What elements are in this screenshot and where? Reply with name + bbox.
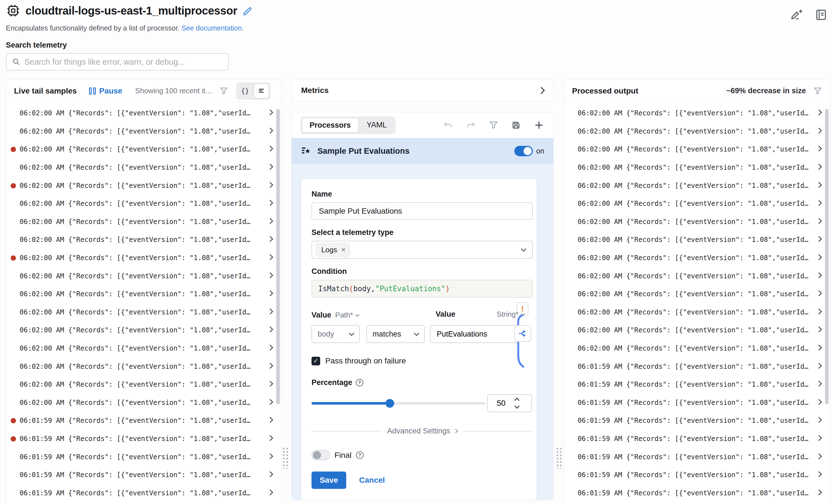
- log-row[interactable]: 06:02:00 AM {"Records": [{"eventVersion"…: [6, 357, 281, 375]
- save-button[interactable]: Save: [312, 472, 346, 489]
- add-annotation-icon[interactable]: [790, 8, 803, 21]
- chevron-right-icon[interactable]: [267, 272, 273, 278]
- chevron-right-icon[interactable]: [816, 218, 822, 224]
- edit-pencil-icon[interactable]: [242, 5, 254, 16]
- chevron-right-icon[interactable]: [816, 435, 822, 441]
- chevron-right-icon[interactable]: [816, 145, 822, 152]
- chevron-right-icon[interactable]: [267, 145, 273, 152]
- value1-type-dropdown[interactable]: Path*: [335, 311, 359, 319]
- log-row[interactable]: 06:02:00 AM {"Records": [{"eventVersion"…: [6, 339, 281, 357]
- search-telemetry-box[interactable]: [6, 53, 229, 71]
- match-value-input[interactable]: [430, 325, 519, 343]
- chevron-right-icon[interactable]: [816, 417, 822, 423]
- chevron-right-icon[interactable]: [267, 290, 273, 296]
- chevron-right-icon[interactable]: [816, 236, 822, 242]
- left-scrollbar[interactable]: [276, 109, 280, 404]
- log-row[interactable]: 06:02:00 AM {"Records": [{"eventVersion"…: [564, 213, 830, 231]
- processor-enabled-toggle[interactable]: [514, 146, 533, 156]
- chevron-right-icon[interactable]: [267, 218, 273, 224]
- chevron-right-icon[interactable]: [816, 399, 822, 405]
- see-documentation-link[interactable]: See documentation.: [182, 24, 244, 32]
- panel-resize-handle[interactable]: [556, 447, 563, 469]
- list-view-button[interactable]: [254, 84, 269, 98]
- percentage-slider[interactable]: [312, 394, 485, 412]
- log-row[interactable]: 06:02:00 AM {"Records": [{"eventVersion"…: [564, 321, 830, 339]
- filter-funnel-icon[interactable]: [813, 86, 822, 96]
- redo-icon[interactable]: [466, 120, 476, 130]
- log-row[interactable]: 06:02:00 AM {"Records": [{"eventVersion"…: [564, 303, 830, 321]
- telemetry-type-select[interactable]: Logs ×: [312, 241, 533, 259]
- panel-resize-handle[interactable]: [282, 447, 289, 469]
- chevron-right-icon[interactable]: [816, 109, 822, 115]
- log-row[interactable]: 06:01:59 AM {"Records": [{"eventVersion"…: [564, 357, 830, 375]
- chevron-right-icon[interactable]: [267, 182, 273, 188]
- log-row[interactable]: 06:02:00 AM {"Records": [{"eventVersion"…: [564, 158, 830, 177]
- chevron-right-icon[interactable]: [267, 164, 273, 170]
- log-row[interactable]: 06:01:59 AM {"Records": [{"eventVersion"…: [6, 484, 281, 502]
- processor-name-input[interactable]: [312, 203, 533, 220]
- chevron-right-icon[interactable]: [267, 109, 273, 115]
- log-row[interactable]: 06:02:00 AM {"Records": [{"eventVersion"…: [6, 194, 281, 213]
- add-processor-icon[interactable]: [534, 120, 544, 131]
- save-icon[interactable]: [511, 121, 521, 130]
- chevron-right-icon[interactable]: [816, 182, 822, 188]
- undo-icon[interactable]: [443, 120, 453, 130]
- chevron-right-icon[interactable]: [267, 128, 273, 134]
- chevron-right-icon[interactable]: [267, 326, 273, 333]
- log-row[interactable]: 06:02:00 AM {"Records": [{"eventVersion"…: [6, 249, 281, 267]
- chevron-right-icon[interactable]: [816, 290, 822, 296]
- log-row[interactable]: 06:02:00 AM {"Records": [{"eventVersion"…: [564, 122, 830, 140]
- chevron-right-icon[interactable]: [816, 345, 822, 350]
- cancel-button[interactable]: Cancel: [359, 476, 385, 485]
- chevron-right-icon[interactable]: [816, 453, 822, 459]
- filter-funnel-icon[interactable]: [219, 86, 228, 96]
- log-row[interactable]: 06:01:59 AM {"Records": [{"eventVersion"…: [6, 448, 281, 466]
- log-row[interactable]: 06:02:00 AM {"Records": [{"eventVersion"…: [6, 177, 281, 194]
- log-row[interactable]: 06:01:59 AM {"Records": [{"eventVersion"…: [564, 412, 830, 430]
- log-row[interactable]: 06:02:00 AM {"Records": [{"eventVersion"…: [564, 177, 830, 194]
- chevron-right-icon[interactable]: [267, 399, 273, 405]
- chevron-right-icon[interactable]: [267, 381, 273, 387]
- chevron-right-icon[interactable]: [816, 489, 822, 495]
- log-row[interactable]: 06:02:00 AM {"Records": [{"eventVersion"…: [564, 339, 830, 357]
- log-row[interactable]: 06:01:59 AM {"Records": [{"eventVersion"…: [564, 502, 830, 504]
- chevron-right-icon[interactable]: [267, 236, 273, 242]
- chevron-right-icon[interactable]: [816, 326, 822, 333]
- log-row[interactable]: 06:02:00 AM {"Records": [{"eventVersion"…: [564, 267, 830, 285]
- log-row[interactable]: 06:01:59 AM {"Records": [{"eventVersion"…: [6, 466, 281, 484]
- chevron-right-icon[interactable]: [267, 363, 273, 369]
- chevron-right-icon[interactable]: [816, 381, 822, 387]
- chevron-right-icon[interactable]: [816, 363, 822, 369]
- chevron-right-icon[interactable]: [267, 471, 273, 477]
- chevron-right-icon[interactable]: [267, 489, 273, 495]
- log-row[interactable]: 06:02:00 AM {"Records": [{"eventVersion"…: [6, 122, 281, 140]
- log-row[interactable]: 06:01:59 AM {"Records": [{"eventVersion"…: [564, 394, 830, 412]
- passthrough-checkbox[interactable]: ✓: [312, 357, 320, 365]
- log-row[interactable]: 06:02:00 AM {"Records": [{"eventVersion"…: [6, 375, 281, 394]
- chevron-right-icon[interactable]: [267, 345, 273, 350]
- chevron-right-icon[interactable]: [816, 128, 822, 134]
- right-scrollbar[interactable]: [825, 109, 829, 404]
- chevron-right-icon[interactable]: [267, 417, 273, 423]
- log-row[interactable]: 06:01:59 AM {"Records": [{"eventVersion"…: [6, 502, 281, 504]
- chevron-right-icon[interactable]: [816, 254, 822, 260]
- log-row[interactable]: 06:01:59 AM {"Records": [{"eventVersion"…: [6, 412, 281, 430]
- help-icon[interactable]: ?: [356, 379, 363, 387]
- operator-select[interactable]: matches: [366, 325, 425, 343]
- log-row[interactable]: 06:02:00 AM {"Records": [{"eventVersion"…: [6, 231, 281, 249]
- final-toggle[interactable]: [312, 450, 330, 460]
- stepper-down-icon[interactable]: [514, 403, 519, 408]
- help-icon[interactable]: ?: [356, 451, 364, 459]
- chevron-right-icon[interactable]: [267, 453, 273, 459]
- log-row[interactable]: 06:01:59 AM {"Records": [{"eventVersion"…: [564, 484, 830, 502]
- log-row[interactable]: 06:02:00 AM {"Records": [{"eventVersion"…: [6, 140, 281, 158]
- log-row[interactable]: 06:02:00 AM {"Records": [{"eventVersion"…: [564, 285, 830, 303]
- advanced-settings-toggle[interactable]: Advanced Settings: [381, 427, 463, 435]
- field-select[interactable]: body: [312, 325, 360, 343]
- condition-expression[interactable]: IsMatch(body, "PutEvaluations"): [312, 280, 533, 298]
- json-view-button[interactable]: {}: [238, 84, 253, 98]
- chevron-right-icon[interactable]: [816, 309, 822, 314]
- log-row[interactable]: 06:02:00 AM {"Records": [{"eventVersion"…: [6, 285, 281, 303]
- log-row[interactable]: 06:02:00 AM {"Records": [{"eventVersion"…: [6, 303, 281, 321]
- log-row[interactable]: 06:01:59 AM {"Records": [{"eventVersion"…: [564, 448, 830, 466]
